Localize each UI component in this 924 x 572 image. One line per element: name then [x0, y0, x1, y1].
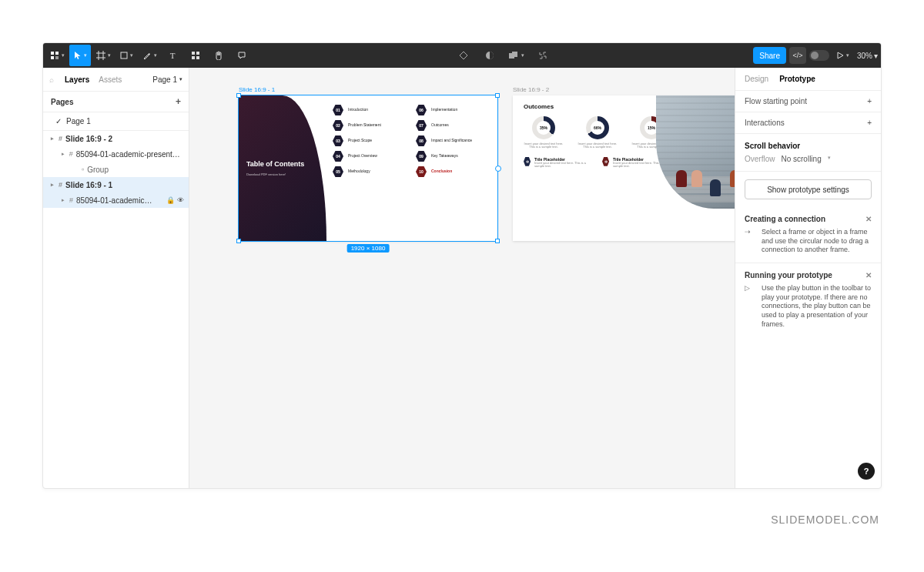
- layers-list: ▸#Slide 16:9 - 2▸#85094-01-academic-pres…: [43, 130, 189, 488]
- layer-row[interactable]: ▸#85094-01-academic-presenta…: [43, 146, 189, 162]
- help-fab[interactable]: ?: [858, 463, 875, 480]
- shape-tool-button[interactable]: ▾: [116, 45, 137, 66]
- hex-number: 05: [333, 166, 343, 177]
- add-page-icon[interactable]: +: [176, 96, 181, 107]
- hex-number: 02: [333, 120, 343, 131]
- lock-icon[interactable]: 🔒: [166, 196, 175, 204]
- donut-percent: 35%: [532, 116, 555, 139]
- frame-label[interactable]: Slide 16:9 - 2: [513, 86, 549, 93]
- layer-row[interactable]: ▫Group: [43, 162, 189, 177]
- dev-mode-button[interactable]: </>: [789, 47, 806, 64]
- help-running-prototype: Running your prototype ✕ ▷ Use the play …: [735, 263, 881, 336]
- toolbar-component-icon[interactable]: [453, 45, 474, 66]
- toc-label: Conclusion: [431, 169, 452, 174]
- svg-rect-16: [512, 52, 517, 57]
- toc-item: 05Methodology: [333, 166, 405, 177]
- plus-icon[interactable]: +: [867, 119, 872, 127]
- toc-label: Outcomes: [431, 123, 449, 128]
- svg-rect-0: [51, 52, 54, 55]
- layer-row[interactable]: ▸#Slide 16:9 - 1: [43, 177, 189, 192]
- present-button[interactable]: ▾: [832, 45, 854, 66]
- frame-label[interactable]: Slide 16:9 - 1: [239, 86, 275, 93]
- frame-icon: #: [69, 196, 73, 204]
- svg-rect-3: [55, 56, 59, 59]
- pen-tool-button[interactable]: ▾: [139, 45, 160, 66]
- close-icon[interactable]: ✕: [865, 215, 872, 223]
- hex-number: 08: [416, 135, 427, 146]
- flow-starting-point-row[interactable]: Flow starting point +: [735, 91, 881, 112]
- interactions-row[interactable]: Interactions +: [735, 112, 881, 134]
- frame-slide-2[interactable]: Outcomes 35%Insert your desired text her…: [513, 95, 735, 241]
- dev-mode-toggle[interactable]: [809, 50, 829, 61]
- toc-item: 04Project Overview: [333, 151, 405, 162]
- main-menu-button[interactable]: ▾: [46, 45, 68, 66]
- toc-label: Problem Statement: [348, 123, 381, 128]
- hand-tool-button[interactable]: [208, 45, 229, 66]
- placeholder-desc: Insert your desired text here. This is a…: [534, 162, 587, 169]
- hex-number: 01: [333, 105, 343, 115]
- svg-rect-1: [55, 52, 59, 55]
- overflow-control[interactable]: Overflow No scrolling ▾: [745, 155, 872, 163]
- close-icon[interactable]: ✕: [865, 271, 872, 279]
- slide1-subtitle: Download PDF version here!: [246, 172, 326, 176]
- caret-icon[interactable]: ▸: [49, 135, 55, 142]
- plus-icon[interactable]: +: [867, 97, 872, 105]
- layer-label: Group: [87, 166, 109, 174]
- svg-rect-2: [51, 56, 54, 59]
- page-selector[interactable]: Page 1▾: [152, 75, 182, 84]
- prototype-connection-node[interactable]: [495, 166, 501, 172]
- toc-label: Methodology: [348, 169, 370, 174]
- layer-row[interactable]: ▸#85094-01-academic…🔒👁: [43, 192, 189, 208]
- toc-label: Project Overview: [348, 154, 377, 159]
- toc-label: Project Scope: [348, 139, 372, 143]
- slide1-title: Table of Contents: [246, 160, 326, 169]
- prototype-tab[interactable]: Prototype: [779, 75, 815, 83]
- svg-rect-10: [196, 52, 199, 55]
- caret-icon[interactable]: ▸: [49, 182, 55, 188]
- slide1-title-panel: Table of Contents Download PDF version h…: [239, 95, 326, 241]
- hex-number: 07: [416, 120, 427, 131]
- visibility-icon[interactable]: 👁: [177, 196, 184, 204]
- layer-label: Slide 16:9 - 1: [65, 181, 112, 189]
- page-item[interactable]: ✓ Page 1: [43, 112, 189, 130]
- frame-tool-button[interactable]: ▾: [92, 45, 114, 66]
- design-tab[interactable]: Design: [745, 75, 768, 83]
- svg-rect-8: [121, 52, 127, 59]
- move-tool-button[interactable]: ▾: [69, 45, 91, 66]
- svg-rect-12: [196, 56, 199, 59]
- zoom-control[interactable]: 30%▾: [857, 52, 878, 60]
- frame-icon: #: [59, 135, 62, 142]
- left-panel: ⌕ Layers Assets Page 1▾ Pages + ✓ Page 1…: [43, 68, 189, 488]
- hex-number: 09: [416, 151, 427, 162]
- toc-label: Introduction: [348, 108, 368, 112]
- toc-item: 10Conclusion: [416, 166, 488, 177]
- search-icon[interactable]: ⌕: [49, 75, 54, 84]
- slide2-image: [656, 95, 735, 209]
- frame-slide-1[interactable]: Table of Contents Download PDF version h…: [239, 95, 497, 241]
- text-tool-button[interactable]: T: [162, 45, 183, 66]
- pages-header: Pages +: [43, 91, 189, 112]
- layer-row[interactable]: ▸#Slide 16:9 - 2: [43, 131, 189, 146]
- frame-icon: #: [59, 181, 62, 189]
- share-button[interactable]: Share: [753, 47, 786, 64]
- toc-label: Implementation: [431, 108, 457, 112]
- placeholder-icon: ✻: [524, 157, 531, 166]
- canvas[interactable]: Slide 16:9 - 1 Table of Contents Downloa…: [189, 68, 735, 488]
- donut-chart: 35%Insert your desired text here. This i…: [524, 116, 564, 149]
- caret-icon[interactable]: ▸: [60, 151, 66, 157]
- frame-icon: #: [69, 150, 73, 158]
- caret-icon[interactable]: ▸: [60, 197, 66, 203]
- toolbar-union-icon[interactable]: ▾: [505, 45, 527, 66]
- toolbar-mask-icon[interactable]: [479, 45, 500, 66]
- play-icon: ▷: [745, 284, 755, 329]
- checkmark-icon: ✓: [55, 117, 62, 125]
- toolbar-crop-icon[interactable]: [532, 45, 554, 66]
- toc-label: Impact and Significance: [431, 139, 472, 143]
- assets-tab[interactable]: Assets: [99, 75, 122, 84]
- show-prototype-settings-button[interactable]: Show prototype settings: [745, 179, 872, 199]
- resources-button[interactable]: [185, 45, 206, 66]
- toc-item: 02Problem Statement: [333, 120, 405, 131]
- comment-tool-button[interactable]: [231, 45, 253, 66]
- layers-tab[interactable]: Layers: [65, 75, 89, 84]
- placeholder-item: ✻Title PlaceholderInsert your desired te…: [602, 157, 665, 169]
